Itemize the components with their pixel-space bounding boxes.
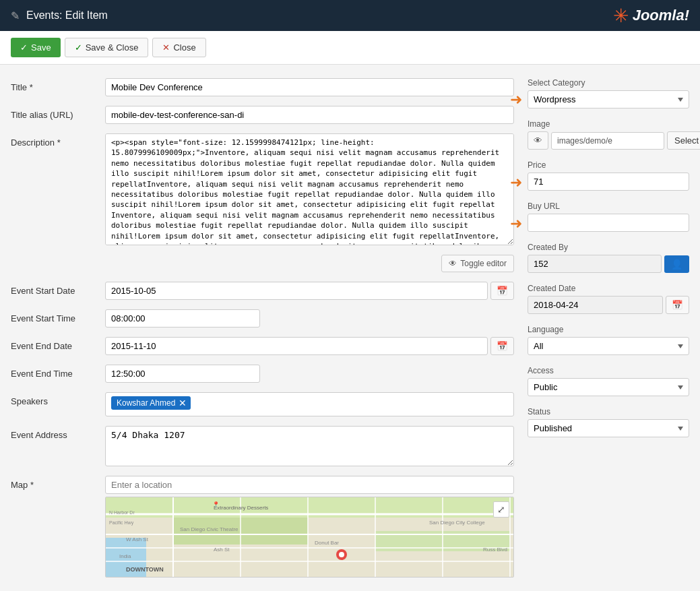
map-view: San Diego Civic Theatre Donut Bar San Di… [105,497,514,578]
end-time-label: Event End Time [11,365,105,379]
svg-text:Extraordinary Desserts: Extraordinary Desserts [214,505,268,511]
alias-input[interactable] [105,106,514,124]
image-path-input[interactable] [551,132,664,150]
end-date-input-group: 📅 [105,337,514,355]
title-label: Title * [11,78,105,92]
map-label: Map * [11,476,105,490]
created-date-row: 📅 [528,296,689,314]
language-label: Language [528,325,689,334]
title-row: ➜ Title * [11,78,514,96]
category-arrow: ➜ [510,91,522,108]
svg-text:India: India [119,553,131,559]
title-input[interactable] [105,78,514,96]
alias-row: Title alias (URL) [11,106,514,124]
svg-text:N Harbor Dr: N Harbor Dr [109,510,135,515]
price-label: Price [528,160,689,170]
status-select[interactable]: Published Unpublished Trashed [528,419,689,437]
created-date-input[interactable] [528,296,663,314]
created-by-user-button[interactable]: 👤 [664,255,689,273]
speakers-input-area[interactable]: Kowshar Ahmed ✕ [105,392,514,416]
map-row: ➜ Map * [11,476,514,578]
toolbar: ✓ Save ✓ Save & Close ✕ Close [0,31,700,65]
edit-icon: ✎ [11,9,20,22]
description-textarea[interactable]: <p><span style="font-size: 12.1599998474… [105,133,514,245]
joomla-star-icon: ✳ [613,5,629,27]
svg-text:Ash St: Ash St [214,547,230,553]
start-time-label: Event Start Time [11,309,105,323]
map-input[interactable] [105,476,514,494]
right-panel: Select Category ➜ Wordpress Image 👁 Sele… [528,78,689,587]
language-section: Language All [528,325,689,355]
access-section: Access Public [528,366,689,396]
created-by-section: Created By 👤 [528,243,689,273]
start-date-input-group: 📅 [105,282,514,300]
access-select[interactable]: Public [528,378,689,396]
svg-text:Donut Bar: Donut Bar [315,540,339,546]
start-time-input[interactable] [105,309,260,328]
speakers-row: ➜ Speakers Kowshar Ahmed ✕ [11,392,514,416]
title-arrow: ➜ [0,80,1,100]
status-label: Status [528,407,689,416]
price-input[interactable] [528,173,689,191]
buy-url-label: Buy URL [528,201,689,211]
end-time-input[interactable] [105,365,260,383]
price-arrow: ➜ [510,174,522,191]
image-section: Image 👁 Select ✕ [528,119,689,150]
language-select[interactable]: All [528,337,689,355]
close-button[interactable]: ✕ Close [152,38,205,57]
category-select[interactable]: Wordpress [528,90,689,108]
speaker-name: Kowshar Ahmed [117,398,175,408]
end-time-row: Event End Time [11,365,514,383]
main-content: ➜ Title * Title alias (URL) ➜ Descriptio… [0,65,700,591]
access-label: Access [528,366,689,375]
svg-text:Russ Blvd: Russ Blvd [483,547,507,553]
save-check-icon: ✓ [20,42,28,53]
start-date-row: Event Start Date 📅 [11,282,514,300]
joomla-logo: ✳ Joomla! [613,5,689,27]
close-x-icon: ✕ [162,42,170,53]
description-row: ➜ Description * <p><span style="font-siz… [11,133,514,245]
end-date-calendar-button[interactable]: 📅 [490,337,514,355]
price-wrapper: ➜ Price [528,160,689,191]
toggle-editor-row: 👁 Toggle editor [11,255,514,272]
start-date-calendar-button[interactable]: 📅 [490,282,514,300]
image-select-button[interactable]: Select [667,131,700,150]
map-expand-button[interactable]: ⤢ [493,501,509,518]
map-container: San Diego Civic Theatre Donut Bar San Di… [105,476,514,578]
start-date-label: Event Start Date [11,282,105,296]
toggle-editor-label: Toggle editor [460,259,507,268]
close-label: Close [173,42,195,53]
speaker-remove-button[interactable]: ✕ [179,398,187,408]
created-date-calendar-button[interactable]: 📅 [666,296,689,314]
created-by-label: Created By [528,243,689,252]
category-select-wrapper: ➜ Wordpress [528,90,689,108]
svg-text:San Diego Civic Theatre: San Diego Civic Theatre [180,526,238,532]
status-section: Status Published Unpublished Trashed [528,407,689,437]
page-title: Events: Edit Item [26,9,108,22]
start-date-input[interactable] [105,282,488,300]
save-close-button[interactable]: ✓ Save & Close [65,38,149,57]
top-bar: ✎ Events: Edit Item ✳ Joomla! [0,0,700,31]
end-date-label: Event End Date [11,337,105,351]
speakers-label: Speakers [11,392,105,406]
address-row: Event Address 5/4 Dhaka 1207 [11,426,514,466]
end-date-input[interactable] [105,337,488,355]
map-svg: San Diego Civic Theatre Donut Bar San Di… [106,497,513,577]
save-button[interactable]: ✓ Save [11,38,61,57]
top-bar-left: ✎ Events: Edit Item [11,9,108,22]
image-view-button[interactable]: 👁 [528,131,548,150]
buy-url-input[interactable] [528,214,689,232]
save-close-check-icon: ✓ [75,42,82,53]
price-section: ➜ Price [528,160,689,191]
toggle-editor-button[interactable]: 👁 Toggle editor [441,255,514,272]
address-textarea[interactable]: 5/4 Dhaka 1207 [105,426,514,466]
svg-text:📍: 📍 [212,501,220,509]
category-label: Select Category [528,78,689,88]
save-close-label: Save & Close [86,42,139,53]
svg-text:San Diego City College: San Diego City College [429,520,485,526]
map-arrow: ➜ [0,480,1,501]
speakers-arrow: ➜ [0,394,1,414]
description-label: Description * [11,133,105,148]
created-by-input[interactable] [528,255,662,273]
image-row: 👁 Select ✕ [528,131,689,150]
